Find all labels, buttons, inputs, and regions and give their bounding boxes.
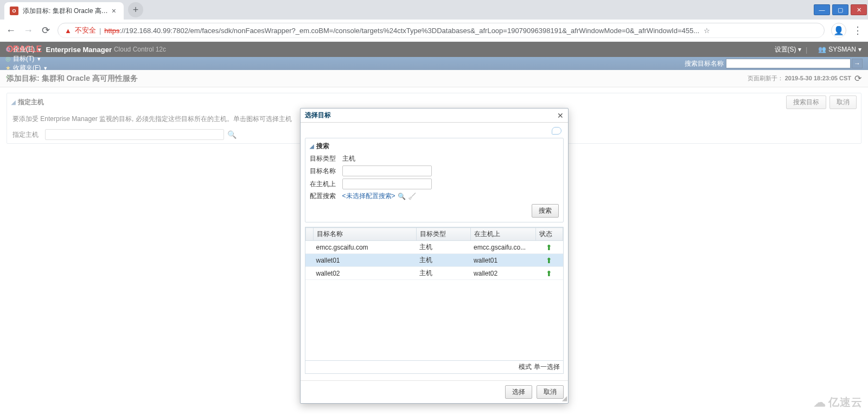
window-maximize-button[interactable]: ▢ — [832, 4, 848, 15]
hint-icon[interactable] — [552, 127, 561, 135]
select-target-dialog: 选择目标 ✕ ◢搜索 目标类型 主机 目标名称 在主机上 — [300, 108, 569, 149]
modal-close-icon[interactable]: ✕ — [557, 111, 564, 120]
tab-close-icon[interactable]: × — [110, 7, 118, 15]
modal-titlebar: 选择目标 ✕ — [301, 109, 568, 123]
search-panel-title: 搜索 — [316, 142, 329, 149]
window-minimize-button[interactable]: — — [814, 4, 830, 15]
modal-title: 选择目标 — [305, 111, 331, 120]
window-controls: — ▢ ✕ — [813, 3, 868, 16]
new-tab-button[interactable]: + — [128, 2, 143, 17]
insecure-label: 不安全 — [75, 26, 96, 35]
tab-strip: O 添加目标: 集群和 Oracle 高可用 × + — ▢ ✕ — [0, 0, 868, 20]
disclose-icon[interactable]: ◢ — [310, 143, 314, 149]
insecure-warning-icon: ▲ — [65, 27, 72, 35]
url-text: https://192.168.40.99:7802/em/faces/sdk/… — [104, 27, 699, 35]
modal-overlay: 选择目标 ✕ ◢搜索 目标类型 主机 目标名称 在主机上 — [0, 35, 868, 149]
tab-title: 添加目标: 集群和 Oracle 高可用 — [23, 7, 110, 16]
favicon-icon: O — [10, 7, 18, 15]
url-divider: | — [99, 27, 101, 35]
search-panel: ◢搜索 目标类型 主机 目标名称 在主机上 配置搜索 <未选择配置搜索> 🔍 — [305, 138, 564, 149]
bookmark-star-icon[interactable]: ☆ — [704, 27, 710, 35]
browser-tab[interactable]: O 添加目标: 集群和 Oracle 高可用 × — [4, 2, 124, 20]
window-close-button[interactable]: ✕ — [851, 4, 867, 15]
